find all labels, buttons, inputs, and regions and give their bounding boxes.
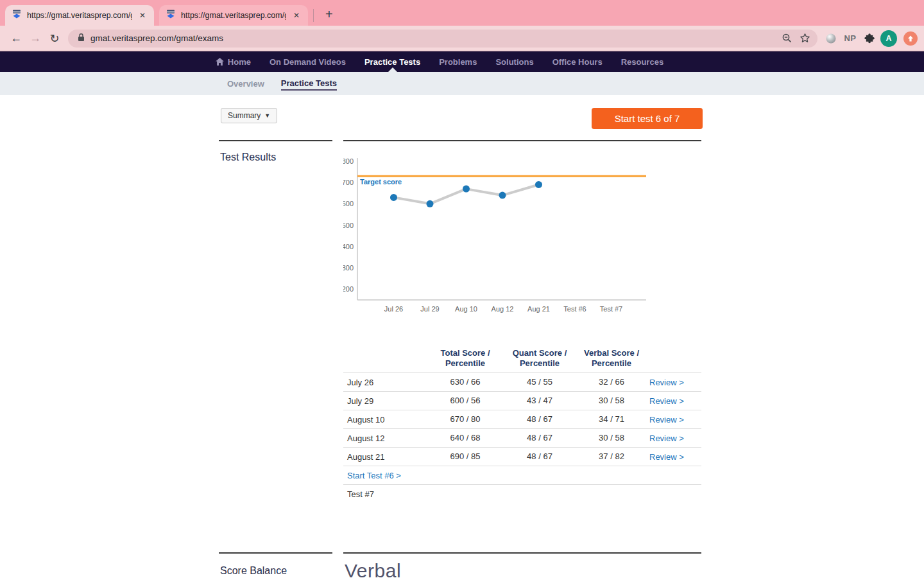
review-link[interactable]: Review > bbox=[647, 452, 701, 462]
x-tick-label: Aug 21 bbox=[527, 305, 550, 313]
site-favicon bbox=[12, 9, 22, 22]
sub-nav: OverviewPractice Tests bbox=[0, 72, 924, 95]
y-tick-label: 700 bbox=[343, 179, 354, 186]
y-tick-label: 500 bbox=[343, 222, 354, 229]
x-tick-label: Aug 12 bbox=[492, 305, 514, 313]
score-data-point[interactable] bbox=[427, 200, 434, 207]
section-divider bbox=[219, 552, 332, 554]
tab-title: https://gmat.veritasprep.com/g bbox=[27, 11, 132, 20]
nav-item-problems[interactable]: Problems bbox=[439, 51, 477, 72]
profile-avatar[interactable]: A bbox=[879, 29, 898, 48]
review-link[interactable]: Review > bbox=[647, 396, 701, 406]
nav-item-label: Problems bbox=[439, 57, 477, 67]
table-row: July 29600 / 5643 / 4730 / 58Review > bbox=[343, 392, 701, 410]
browser-tab-2[interactable]: https://gmat.veritasprep.com/g ✕ bbox=[159, 5, 308, 26]
score-data-point[interactable] bbox=[390, 194, 397, 201]
extension-sphere-icon[interactable] bbox=[821, 29, 841, 48]
address-bar[interactable]: gmat.veritasprep.com/gmat/exams bbox=[68, 30, 817, 48]
quant-score-cell: 45 / 55 bbox=[504, 377, 576, 387]
test-date-cell: August 12 bbox=[343, 434, 427, 443]
tab-close-icon[interactable]: ✕ bbox=[137, 11, 148, 20]
back-button[interactable]: ← bbox=[6, 29, 26, 48]
total-score-cell: 600 / 56 bbox=[427, 396, 504, 406]
x-tick-label: Jul 29 bbox=[420, 305, 439, 313]
section-divider bbox=[343, 552, 701, 554]
nav-item-office-hours[interactable]: Office Hours bbox=[552, 51, 603, 72]
review-link[interactable]: Review > bbox=[647, 434, 701, 443]
url-text[interactable]: gmat.veritasprep.com/gmat/exams bbox=[90, 33, 778, 43]
main-nav: HomeOn Demand VideosPractice TestsProble… bbox=[0, 51, 924, 72]
avatar-initial: A bbox=[880, 30, 897, 47]
nav-item-label: On Demand Videos bbox=[270, 57, 346, 67]
test-7-label: Test #7 bbox=[347, 489, 701, 499]
table-row: Start Test #6 > bbox=[343, 466, 701, 485]
start-test-6-link[interactable]: Start Test #6 > bbox=[347, 471, 701, 480]
total-score-cell: 640 / 68 bbox=[427, 433, 504, 443]
extensions-puzzle-icon[interactable] bbox=[860, 29, 879, 48]
total-score-cell: 690 / 85 bbox=[427, 451, 504, 462]
test-date-cell: July 26 bbox=[343, 378, 427, 387]
quant-score-cell: 48 / 67 bbox=[504, 433, 576, 443]
header-verbal-score: Verbal Score / Percentile bbox=[576, 348, 647, 369]
nav-item-home[interactable]: Home bbox=[216, 51, 251, 72]
subnav-item-practice-tests[interactable]: Practice Tests bbox=[281, 77, 337, 91]
reload-button[interactable]: ↻ bbox=[45, 29, 64, 48]
score-data-point[interactable] bbox=[535, 181, 542, 188]
tab-strip: https://gmat.veritasprep.com/g ✕ https:/… bbox=[0, 0, 924, 26]
np-extension-badge[interactable]: NP bbox=[841, 29, 860, 48]
chrome-update-icon[interactable] bbox=[903, 31, 918, 46]
test-date-cell: August 21 bbox=[343, 452, 427, 462]
summary-dropdown[interactable]: Summary ▼ bbox=[221, 108, 277, 123]
header-quant-score: Quant Score / Percentile bbox=[504, 348, 576, 369]
nav-item-label: Office Hours bbox=[552, 57, 603, 67]
home-icon bbox=[216, 58, 224, 66]
zoom-out-icon[interactable] bbox=[778, 30, 796, 48]
chevron-down-icon: ▼ bbox=[264, 112, 270, 119]
y-tick-label: 800 bbox=[343, 157, 354, 165]
score-data-point[interactable] bbox=[499, 192, 506, 199]
forward-button: → bbox=[26, 29, 45, 48]
y-tick-label: 400 bbox=[343, 243, 354, 250]
nav-item-on-demand-videos[interactable]: On Demand Videos bbox=[270, 51, 346, 72]
nav-item-label: Practice Tests bbox=[364, 57, 420, 67]
verbal-score-cell: 34 / 71 bbox=[576, 414, 647, 425]
x-tick-label: Test #6 bbox=[563, 305, 586, 313]
score-data-point[interactable] bbox=[463, 186, 470, 193]
y-tick-label: 600 bbox=[343, 200, 354, 207]
browser-toolbar: ← → ↻ gmat.veritasprep.com/gmat/exams bbox=[0, 26, 924, 51]
active-nav-caret-icon bbox=[388, 67, 397, 72]
table-row: August 12640 / 6848 / 6730 / 58Review > bbox=[343, 429, 701, 448]
review-link[interactable]: Review > bbox=[647, 378, 701, 387]
quant-score-cell: 48 / 67 bbox=[504, 414, 576, 425]
subnav-item-overview[interactable]: Overview bbox=[227, 78, 264, 90]
verbal-score-cell: 30 / 58 bbox=[576, 433, 647, 443]
score-line-chart: 200300400500600700800Jul 26Jul 29Aug 10A… bbox=[343, 154, 701, 315]
test-results-title: Test Results bbox=[220, 152, 276, 163]
verbal-score-cell: 30 / 58 bbox=[576, 396, 647, 406]
start-test-button[interactable]: Start test 6 of 7 bbox=[592, 108, 703, 129]
nav-item-solutions[interactable]: Solutions bbox=[495, 51, 533, 72]
new-tab-button[interactable]: + bbox=[319, 8, 339, 21]
summary-dropdown-label: Summary bbox=[228, 111, 261, 120]
tab-divider bbox=[313, 9, 314, 22]
test-date-cell: July 29 bbox=[343, 396, 427, 406]
score-balance-title: Score Balance bbox=[220, 565, 287, 577]
nav-item-resources[interactable]: Resources bbox=[621, 51, 663, 72]
bookmark-star-icon[interactable] bbox=[796, 30, 814, 48]
nav-item-practice-tests[interactable]: Practice Tests bbox=[364, 51, 420, 72]
browser-window: https://gmat.veritasprep.com/g ✕ https:/… bbox=[0, 0, 924, 578]
review-link[interactable]: Review > bbox=[647, 415, 701, 425]
site-favicon bbox=[166, 9, 176, 22]
verbal-heading: Verbal bbox=[345, 560, 401, 577]
test-date-cell: August 10 bbox=[343, 415, 427, 425]
tab-close-icon[interactable]: ✕ bbox=[291, 11, 302, 20]
lock-icon[interactable] bbox=[77, 33, 85, 44]
browser-tab-1[interactable]: https://gmat.veritasprep.com/g ✕ bbox=[5, 5, 154, 26]
np-badge-text: NP bbox=[844, 33, 856, 43]
table-row: Test #7 bbox=[343, 485, 701, 504]
tab-title: https://gmat.veritasprep.com/g bbox=[181, 11, 286, 20]
y-tick-label: 300 bbox=[343, 264, 354, 272]
table-row: August 21690 / 8548 / 6737 / 82Review > bbox=[343, 448, 701, 466]
total-score-cell: 630 / 66 bbox=[427, 377, 504, 387]
quant-score-cell: 48 / 67 bbox=[504, 451, 576, 462]
